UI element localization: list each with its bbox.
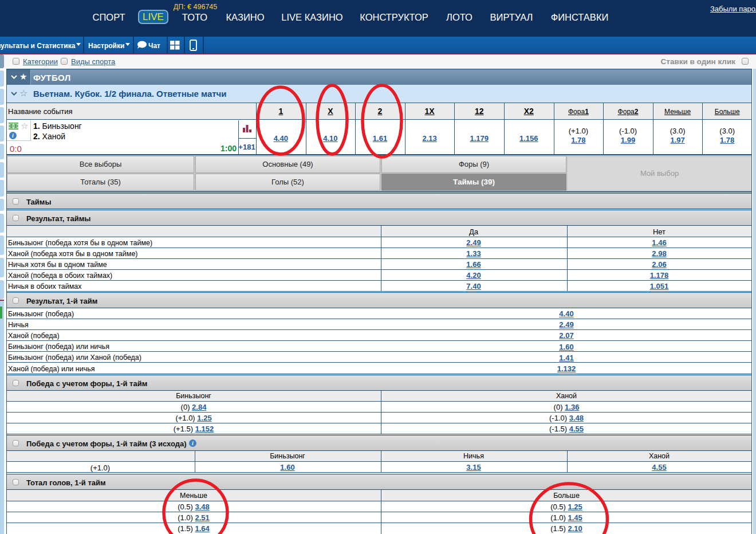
svg-text:i: i xyxy=(12,132,14,139)
svg-text:i: i xyxy=(192,440,194,446)
